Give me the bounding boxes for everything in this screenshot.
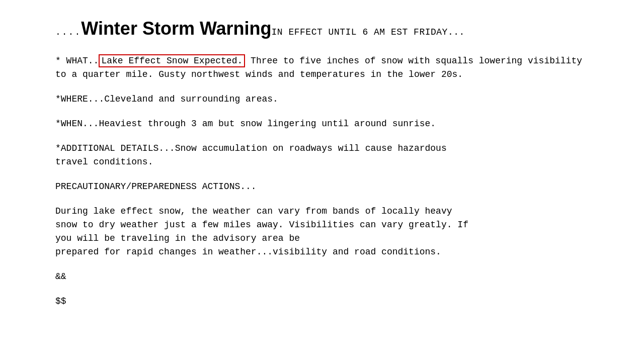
header-line: .... Winter Storm Warning IN EFFECT UNTI… [55,15,589,42]
dollar-line: $$ [55,295,589,308]
when-section: *WHEN...Heaviest through 3 am but snow l… [55,117,589,131]
what-label: * WHAT.. [55,56,99,66]
where-section: *WHERE...Cleveland and surrounding areas… [55,93,589,106]
header-rest: IN EFFECT UNTIL 6 AM EST FRIDAY... [272,26,465,39]
preparedness-section: During lake effect snow, the weather can… [55,205,589,259]
additional-line1: *ADDITIONAL DETAILS...Snow accumulation … [55,142,589,155]
preparedness-line1: During lake effect snow, the weather can… [55,205,589,218]
what-highlighted: Lake Effect Snow Expected. [99,54,245,67]
precaution-header-text: PRECAUTIONARY/PREPAREDNESS ACTIONS... [55,182,257,192]
preparedness-line4: prepared for rapid changes in weather...… [55,245,589,259]
ampersand-symbol: && [55,272,66,282]
preparedness-line3: you will be traveling in the advisory ar… [55,232,589,245]
dollar-symbol: $$ [55,296,66,306]
when-text: *WHEN...Heaviest through 3 am but snow l… [55,119,436,129]
precaution-section: PRECAUTIONARY/PREPAREDNESS ACTIONS... [55,180,589,194]
where-text: *WHERE...Cleveland and surrounding areas… [55,94,278,104]
header-dots: .... [55,26,81,39]
additional-line2: travel conditions. [55,155,589,169]
preparedness-line2: snow to dry weather just a few miles awa… [55,218,589,232]
additional-section: *ADDITIONAL DETAILS...Snow accumulation … [55,142,589,169]
warning-title: Winter Storm Warning [81,15,271,42]
ampersand-line: && [55,270,589,284]
what-section: * WHAT..Lake Effect Snow Expected. Three… [55,54,589,81]
